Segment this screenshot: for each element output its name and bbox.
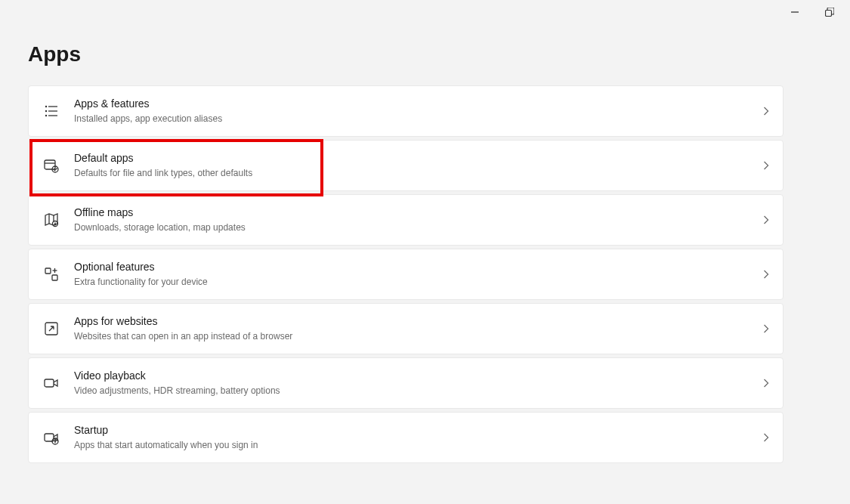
apps-features-icon: [42, 102, 60, 120]
svg-rect-1: [826, 11, 832, 17]
window-controls: [777, 5, 847, 20]
chevron-right-icon: [762, 215, 771, 224]
settings-item-video-playback[interactable]: Video playback Video adjustments, HDR st…: [28, 357, 784, 409]
minimize-button[interactable]: [777, 5, 812, 20]
item-title: Apps for websites: [74, 314, 762, 329]
svg-point-4: [45, 110, 47, 112]
settings-item-apps-websites[interactable]: Apps for websites Websites that can open…: [28, 303, 784, 354]
svg-point-6: [45, 115, 47, 116]
maximize-button[interactable]: [812, 5, 847, 20]
chevron-right-icon: [762, 107, 771, 116]
optional-features-icon: [42, 265, 60, 283]
svg-rect-19: [45, 379, 54, 387]
item-title: Startup: [74, 423, 762, 438]
chevron-right-icon: [762, 324, 771, 333]
settings-list: Apps & features Installed apps, app exec…: [28, 85, 784, 463]
video-playback-icon: [42, 374, 60, 392]
settings-item-optional-features[interactable]: Optional features Extra functionality fo…: [28, 249, 784, 300]
chevron-right-icon: [762, 270, 771, 279]
item-title: Default apps: [74, 151, 762, 166]
item-desc: Websites that can open in an app instead…: [74, 330, 762, 343]
svg-rect-15: [52, 275, 57, 280]
item-desc: Downloads, storage location, map updates: [74, 221, 762, 234]
apps-websites-icon: [42, 320, 60, 338]
svg-rect-8: [45, 160, 55, 169]
chevron-right-icon: [762, 433, 771, 442]
item-title: Offline maps: [74, 206, 762, 221]
item-desc: Installed apps, app execution aliases: [74, 113, 762, 125]
startup-icon: [42, 428, 60, 447]
offline-maps-icon: [42, 211, 60, 229]
settings-item-startup[interactable]: Startup Apps that start automatically wh…: [28, 412, 784, 463]
settings-item-offline-maps[interactable]: Offline maps Downloads, storage location…: [28, 194, 784, 246]
svg-point-2: [45, 106, 47, 107]
item-desc: Video adjustments, HDR streaming, batter…: [74, 385, 762, 397]
chevron-right-icon: [762, 379, 771, 388]
svg-rect-14: [45, 268, 51, 274]
settings-item-apps-features[interactable]: Apps & features Installed apps, app exec…: [28, 85, 784, 137]
item-desc: Extra functionality for your device: [74, 276, 762, 289]
default-apps-icon: [42, 156, 60, 175]
item-title: Optional features: [74, 260, 762, 275]
item-desc: Apps that start automatically when you s…: [74, 439, 762, 452]
page-title: Apps: [28, 42, 81, 66]
item-title: Video playback: [74, 369, 762, 384]
settings-item-default-apps[interactable]: Default apps Defaults for file and link …: [28, 140, 784, 191]
chevron-right-icon: [762, 161, 771, 170]
item-desc: Defaults for file and link types, other …: [74, 167, 762, 180]
item-title: Apps & features: [74, 97, 762, 112]
